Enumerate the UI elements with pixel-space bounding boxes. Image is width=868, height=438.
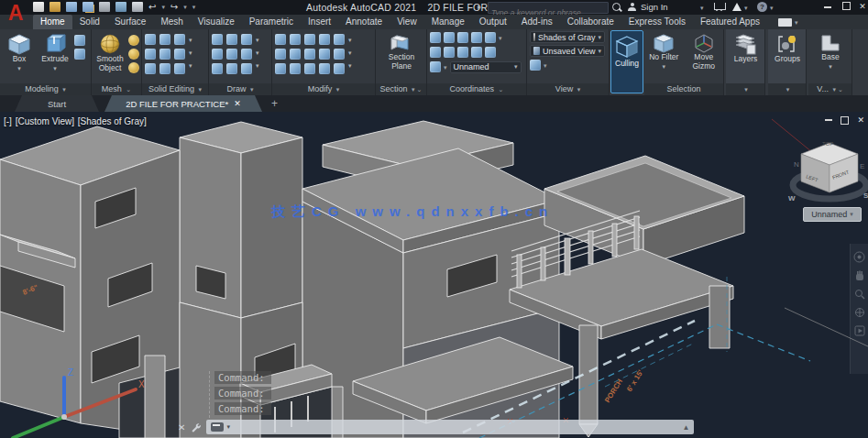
taper-faces-icon[interactable] [319,49,330,60]
viewcube[interactable]: N E W S TOP LEFT FRONT [788,142,868,203]
offset-edges-icon[interactable] [159,49,170,60]
command-customize-wrench-icon[interactable] [191,422,201,433]
help-icon[interactable]: ? [757,2,767,12]
solid-union-icon[interactable] [145,34,156,45]
circle-icon[interactable] [241,49,252,60]
autodesk-app-icon[interactable] [732,3,742,11]
sign-in-caret-icon[interactable]: ▾ [700,3,704,13]
ucs-named-icon[interactable] [430,61,441,72]
viewport-menu-control[interactable]: [-] [4,116,12,126]
ellipse-icon[interactable] [241,63,252,74]
move-gizmo-button[interactable]: Move Gizmo [687,31,721,71]
navigation-bar[interactable] [850,244,868,374]
panel-label-groups[interactable]: ▾ [768,83,806,95]
viewcube-w-label[interactable]: W [788,194,796,203]
modify-caret-icon[interactable]: ▾ [348,62,352,69]
show-motion-icon[interactable] [854,325,865,336]
command-options-caret-icon[interactable]: ▾ [226,423,230,431]
panel-label-layers[interactable]: ▾ [726,83,764,95]
menu-tab-add-ins[interactable]: Add-ins [514,15,560,29]
extract-edges-icon[interactable] [159,34,170,45]
presspull-icon[interactable] [74,49,85,60]
mesh-launcher-icon[interactable]: ⌄ [126,86,131,93]
command-expand-icon[interactable]: ▲ [682,423,689,432]
viewcube-e-label[interactable]: E [860,162,864,170]
menu-tab-parametric[interactable]: Parametric [242,15,301,29]
interfere-icon[interactable] [174,34,185,45]
3d-rotate-icon[interactable] [290,49,301,60]
drawing-minimize-icon[interactable] [825,119,832,121]
store-cart-icon[interactable] [714,3,726,10]
array-icon[interactable] [334,63,345,74]
ucs-3point-icon[interactable] [457,47,468,58]
panel-label-coordinates[interactable]: Coordinates ⌄ [427,83,526,95]
ucs-world-icon[interactable] [444,32,455,43]
sign-in-button[interactable]: Sign In [641,2,668,12]
layers-button[interactable]: Layers [730,31,763,64]
panel-label-mesh[interactable]: Mesh ⌄ [92,83,141,95]
viewcube-n-label[interactable]: N [794,160,799,169]
polyline-icon[interactable] [212,34,223,45]
solid-intersect-icon[interactable] [145,63,156,74]
rotate-icon[interactable] [304,49,315,60]
panel-label-section[interactable]: Section ▾⌄ [376,83,426,95]
autocad-logo-icon[interactable]: A [3,0,28,27]
file-tab-document[interactable]: 2D FILE FOR PRACTICE* ✕ [104,95,262,112]
arc-icon[interactable] [241,34,252,45]
thicken-icon[interactable] [159,63,170,74]
spline-icon[interactable] [212,49,223,60]
modify-caret-icon[interactable]: ▾ [348,37,352,43]
menu-tab-express-tools[interactable]: Express Tools [621,15,693,29]
solid-subtract-icon[interactable] [145,49,156,60]
extrude-button[interactable]: Extrude ▾ [38,31,71,72]
drawing-viewport[interactable]: 8'-6" PORCH 6' x 15' Z X N E W S TOP LEF… [0,112,868,438]
restore-button[interactable] [840,2,852,12]
ucs-z-axis-vector-icon[interactable] [444,47,455,58]
menu-tab-collaborate[interactable]: Collaborate [560,15,621,29]
box-button[interactable]: Box ▾ [3,31,36,72]
camera-icon[interactable] [530,60,541,71]
base-button[interactable]: Base ▾ [814,31,847,71]
panel-label-selection[interactable]: Selection [644,83,723,95]
section-plane-button[interactable]: Section Plane [381,31,422,71]
3d-array-icon[interactable] [290,63,301,74]
fillet-edge-icon[interactable] [275,49,286,60]
search-flyout-icon[interactable]: ▸ [478,3,481,11]
named-view-dropdown[interactable]: Unsaved View ▾ [530,45,605,57]
autodesk-app-caret-icon[interactable]: ▾ [744,3,748,13]
viewcube-s-label[interactable]: S [863,192,868,200]
line-icon[interactable] [226,49,237,60]
ucs-object-icon[interactable] [471,32,482,43]
ucs-icon[interactable] [430,32,441,43]
menu-tab-visualize[interactable]: Visualize [191,15,242,29]
minimize-button[interactable] [821,2,834,12]
rectangle-icon[interactable] [226,63,237,74]
menu-tab-view[interactable]: View [390,15,424,29]
menu-tab-surface[interactable]: Surface [107,15,153,29]
draw-caret-icon[interactable]: ▾ [256,62,259,69]
panel-label-draw[interactable]: Draw ▾ [209,83,271,95]
command-close-icon[interactable]: ✕ [178,422,185,433]
move-icon[interactable] [304,34,315,45]
viewcube-view-name-button[interactable]: Unnamed ▾ [803,207,862,222]
panel-label-solid-editing[interactable]: Solid Editing ▾ [142,83,208,95]
draw-caret-icon[interactable]: ▾ [256,49,259,56]
menu-tab-manage[interactable]: Manage [424,15,472,29]
draw-caret-icon[interactable]: ▾ [256,37,259,43]
mesh-refine-icon[interactable] [128,35,139,46]
ucs-view-icon[interactable] [485,47,496,58]
visual-style-dropdown[interactable]: Shades of Gray ▾ [530,31,605,43]
ucs-z-icon[interactable] [471,47,482,58]
mesh-crease-icon[interactable] [128,62,139,73]
file-tab-start[interactable]: Start [15,95,99,112]
new-drawing-tab-button[interactable]: + [271,97,278,110]
close-button[interactable]: ✕ [856,2,868,12]
copy-icon[interactable] [319,34,330,45]
pan-hand-icon[interactable] [854,270,865,281]
panel-label-view[interactable]: View ▾ [527,83,609,95]
shell-icon[interactable] [174,63,185,74]
ucs-caret-icon[interactable]: ▾ [499,33,502,43]
menu-tab-featured-apps[interactable]: Featured Apps [693,15,767,29]
stretch-icon[interactable] [304,63,315,74]
viewcube-top-face[interactable]: TOP [822,142,834,147]
